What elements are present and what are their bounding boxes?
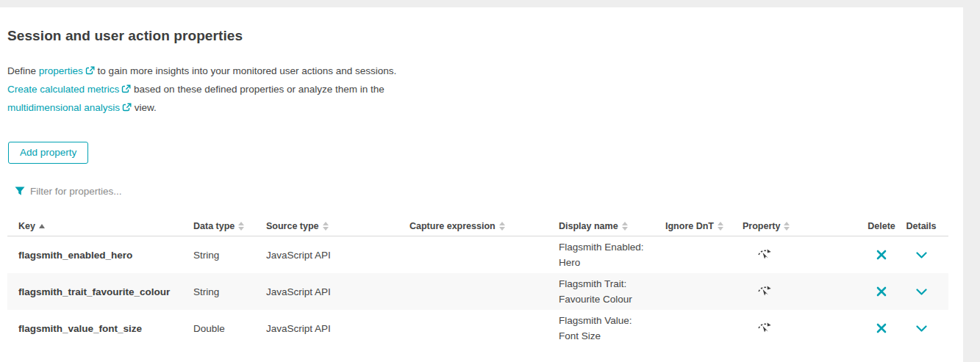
property-key: flagsmith_value_font_size: [18, 323, 193, 334]
sort-asc-icon: [39, 224, 45, 228]
property-source-type: JavaScript API: [266, 250, 409, 261]
property-data-type: Double: [193, 323, 266, 334]
intro-part2: to gain more insights into your monitore…: [98, 65, 397, 76]
property-data-type: String: [193, 286, 266, 297]
chevron-down-icon[interactable]: [915, 250, 929, 260]
properties-link[interactable]: properties: [39, 65, 83, 76]
table-row: flagsmith_enabled_hero String JavaScript…: [7, 236, 948, 273]
property-key: flagsmith_trait_favourite_colour: [18, 286, 193, 297]
header-key[interactable]: Key: [18, 221, 193, 231]
sort-both-icon: [718, 222, 723, 231]
delete-x-icon[interactable]: [875, 322, 888, 335]
property-scope: [743, 321, 864, 336]
intro-text: Define properties to gain more insights …: [7, 62, 478, 117]
delete-x-icon[interactable]: [875, 248, 888, 261]
property-key: flagsmith_enabled_hero: [18, 250, 193, 261]
delete-cell: [864, 285, 899, 298]
property-data-type: String: [193, 250, 266, 261]
user-action-icon: [757, 247, 772, 261]
property-display-name: Flagsmith Enabled: Hero: [559, 236, 665, 273]
filter-funnel-icon: [15, 187, 25, 196]
user-action-icon: [757, 284, 772, 297]
chevron-down-icon[interactable]: [915, 324, 929, 333]
delete-cell: [864, 248, 899, 261]
multidimensional-analysis-link[interactable]: multidimensional analysis: [7, 102, 120, 113]
header-property[interactable]: Property: [743, 221, 864, 231]
intro-part1: Define: [7, 65, 36, 76]
intro-part4: view.: [135, 102, 157, 113]
external-link-icon: [85, 67, 95, 78]
property-source-type: JavaScript API: [266, 323, 409, 334]
table-header-row: Key Data type Source type Capture expres…: [7, 216, 948, 236]
chevron-down-icon[interactable]: [915, 287, 929, 297]
header-source-type[interactable]: Source type: [266, 221, 409, 231]
header-ignore-dnt[interactable]: Ignore DnT: [665, 221, 743, 231]
sort-both-icon: [784, 222, 790, 231]
property-scope: [743, 284, 864, 300]
sort-both-icon: [499, 222, 505, 231]
header-capture-expression[interactable]: Capture expression: [409, 221, 559, 231]
sort-both-icon: [622, 222, 628, 231]
filter-bar: [15, 186, 980, 197]
table-row: flagsmith_value_font_size Double JavaScr…: [7, 310, 948, 347]
delete-x-icon[interactable]: [875, 285, 888, 298]
property-source-type: JavaScript API: [266, 286, 409, 297]
intro-part3: based on these defined properties or ana…: [134, 84, 385, 95]
add-property-button[interactable]: Add property: [8, 142, 88, 164]
property-display-name: Flagsmith Value: Font Size: [559, 310, 665, 347]
external-link-icon: [121, 85, 131, 96]
details-cell: [899, 324, 943, 333]
sort-both-icon: [323, 222, 329, 231]
property-scope: [743, 247, 864, 263]
create-calculated-metrics-link[interactable]: Create calculated metrics: [7, 84, 119, 95]
table-row: flagsmith_trait_favourite_colour String …: [7, 273, 948, 310]
property-display-name: Flagsmith Trait: Favourite Colour: [559, 273, 665, 310]
details-cell: [899, 287, 943, 297]
filter-properties-input[interactable]: [30, 186, 265, 197]
page-title: Session and user action properties: [7, 28, 980, 44]
user-action-icon: [757, 321, 772, 334]
header-delete: Delete: [864, 221, 899, 231]
external-link-icon: [122, 104, 132, 115]
delete-cell: [864, 322, 899, 335]
properties-table: Key Data type Source type Capture expres…: [7, 216, 948, 347]
header-details: Details: [899, 221, 943, 231]
session-properties-panel: Session and user action properties Defin…: [0, 28, 980, 347]
details-cell: [899, 250, 943, 260]
header-data-type[interactable]: Data type: [193, 221, 266, 231]
top-edge-bar: [0, 0, 980, 7]
header-display-name[interactable]: Display name: [559, 221, 665, 231]
sort-both-icon: [238, 222, 244, 231]
